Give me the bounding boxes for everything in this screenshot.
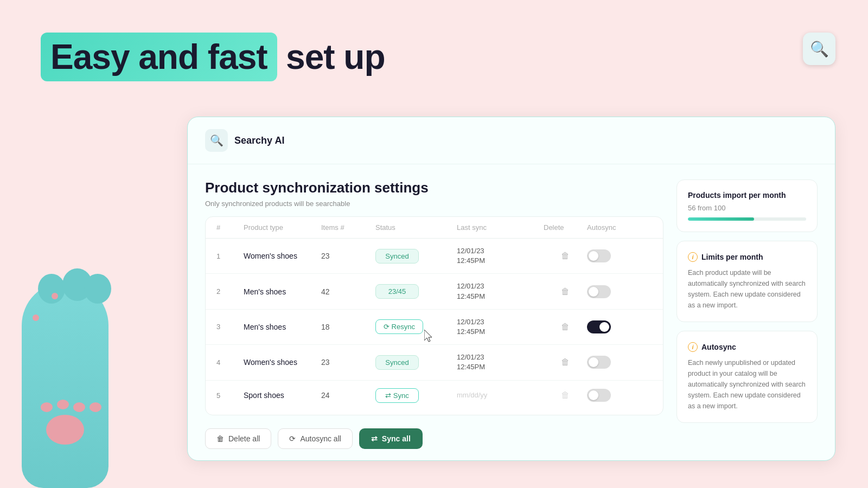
products-table: # Product type Items # Status Last sync … [205, 216, 663, 415]
toggle-row-1[interactable] [587, 249, 611, 262]
import-card-value: 56 from 100 [688, 204, 806, 212]
delete-all-icon: 🗑 [216, 434, 224, 443]
sync-all-label: Sync all [382, 434, 411, 443]
cat-paw-decoration [0, 260, 152, 488]
autosync-card-title: i Autosync [688, 342, 806, 352]
limits-card: i Limits per month Each product update w… [676, 241, 818, 322]
paw-pad [46, 415, 84, 445]
page-subtitle: Only synchronized products will be searc… [205, 200, 663, 208]
app-header: 🔍 Searchy AI [188, 117, 835, 164]
table-header: # Product type Items # Status Last sync … [206, 217, 663, 239]
delete-row-5[interactable]: 🗑 [544, 388, 587, 402]
paw-small-pad-4 [90, 402, 101, 412]
page-title: Product synchronization settings [205, 179, 663, 196]
app-content: Product synchronization settings Only sy… [188, 164, 835, 461]
headline-highlight: Easy and fast [41, 33, 277, 81]
table-row: 2 Men's shoes 42 23/45 12/01/2312:45PM 🗑 [206, 274, 663, 309]
autosync-card: i Autosync Each newly unpublished or upd… [676, 331, 818, 423]
import-card-title: Products import per month [688, 191, 806, 200]
table-row: 5 Sport shoes 24 ⇄ Sync mm/dd/yy 🗑 [206, 381, 663, 410]
paw-small-pad-1 [41, 402, 53, 412]
col-status: Status [375, 223, 457, 232]
progress-bar [688, 217, 806, 221]
delete-row-2[interactable]: 🗑 [544, 285, 587, 299]
progress-bar-fill [688, 217, 754, 221]
toggle-knob-5 [589, 390, 598, 400]
status-badge-1: Synced [375, 249, 419, 264]
paw-dot-1 [33, 314, 39, 321]
app-logo: 🔍 [205, 129, 228, 152]
app-title: Searchy AI [234, 135, 284, 146]
status-badge-4: Synced [375, 355, 419, 370]
headline-highlight-text: Easy and fast [50, 37, 267, 76]
headline-plain-text: set up [286, 37, 385, 76]
delete-row-4[interactable]: 🗑 [544, 355, 587, 369]
paw-small-pad-3 [73, 402, 85, 412]
app-logo-icon: 🔍 [210, 134, 224, 147]
autosync-card-body: Each newly unpublished or updated produc… [688, 357, 806, 412]
table-row: 1 Women's shoes 23 Synced 12/01/2312:45P… [206, 239, 663, 274]
toggle-knob-4 [589, 357, 598, 367]
limits-card-body: Each product update will be automaticall… [688, 267, 806, 311]
toggle-knob-3 [599, 322, 609, 332]
autosync-title-text: Autosync [701, 343, 736, 351]
paw-toe-3 [84, 274, 111, 304]
toggle-row-2[interactable] [587, 285, 611, 298]
paw-toe-1 [38, 274, 65, 304]
headline: Easy and fast set up [41, 33, 385, 81]
sync-all-icon: ⇄ [371, 434, 378, 443]
limits-card-title: i Limits per month [688, 252, 806, 262]
col-items: Items # [321, 223, 375, 232]
delete-all-label: Delete all [228, 434, 260, 443]
autosync-info-icon: i [688, 342, 698, 352]
status-badge-5[interactable]: ⇄ Sync [375, 388, 419, 403]
col-num: # [216, 223, 244, 232]
toggle-knob-2 [589, 287, 598, 297]
toggle-row-4[interactable] [587, 356, 611, 369]
app-window: 🔍 Searchy AI Product synchronization set… [187, 117, 835, 461]
autosync-all-button[interactable]: ⟳ Autosync all [278, 428, 352, 449]
table-actions: 🗑 Delete all ⟳ Autosync all ⇄ Sync all [205, 428, 663, 449]
sync-all-button[interactable]: ⇄ Sync all [359, 428, 423, 449]
table-row: 4 Women's shoes 23 Synced 12/01/2312:45P… [206, 345, 663, 380]
delete-all-button[interactable]: 🗑 Delete all [205, 428, 271, 449]
limits-info-icon: i [688, 252, 698, 262]
paw-small-pad-2 [57, 400, 69, 409]
status-badge-3[interactable]: ⟳ Resync [375, 319, 423, 334]
paw-dot-2 [52, 293, 58, 299]
toggle-knob-1 [589, 251, 598, 261]
paw-body [22, 282, 108, 488]
autosync-all-icon: ⟳ [289, 434, 296, 443]
table-row: 3 Men's shoes 18 ⟳ Resync 12/01/2312:45P… [206, 310, 663, 345]
app-icon-logo: 🔍 [810, 40, 829, 58]
col-product-type: Product type [244, 223, 321, 232]
col-last-sync: Last sync [457, 223, 544, 232]
delete-row-1[interactable]: 🗑 [544, 249, 587, 263]
autosync-all-label: Autosync all [300, 434, 341, 443]
limits-title-text: Limits per month [701, 253, 763, 261]
import-card: Products import per month 56 from 100 [676, 179, 818, 232]
toggle-row-5[interactable] [587, 389, 611, 402]
top-right-app-icon[interactable]: 🔍 [803, 33, 835, 65]
right-sidebar: Products import per month 56 from 100 i … [676, 179, 818, 449]
status-badge-2: 23/45 [375, 284, 419, 299]
main-section: Product synchronization settings Only sy… [205, 179, 663, 449]
col-delete: Delete [544, 223, 587, 232]
delete-row-3[interactable]: 🗑 [544, 320, 587, 334]
col-autosync: Autosync [587, 223, 652, 232]
toggle-row-3[interactable] [587, 320, 611, 333]
